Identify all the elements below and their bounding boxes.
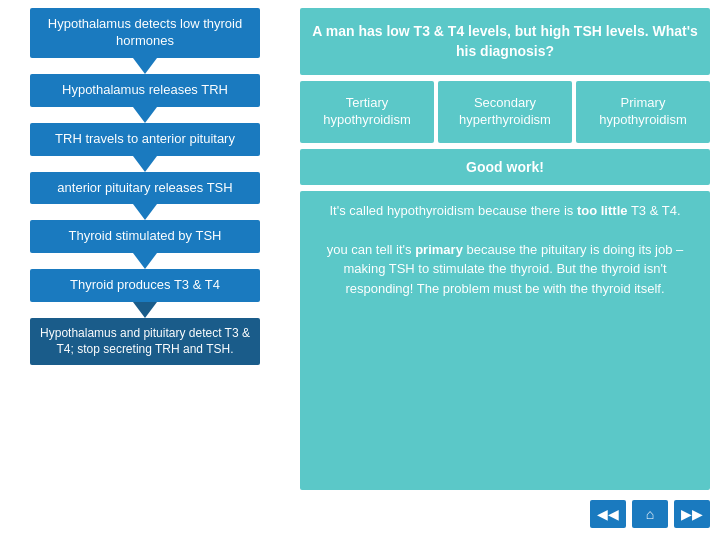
back-icon: ◀◀ <box>597 506 619 522</box>
option-primary-line1: Primary <box>582 95 704 112</box>
step-1-label: Hypothalamus detects low thyroid hormone… <box>48 16 242 48</box>
back-button[interactable]: ◀◀ <box>590 500 626 528</box>
arrow-3 <box>133 156 157 172</box>
question-text: A man has low T3 & T4 levels, but high T… <box>312 23 698 59</box>
step-5-label: Thyroid stimulated by TSH <box>69 228 222 243</box>
option-primary[interactable]: Primary hypothyroidism <box>576 81 710 143</box>
good-work-text: Good work! <box>466 159 544 175</box>
step-3-box: TRH travels to anterior pituitary <box>30 123 260 156</box>
step-3-label: TRH travels to anterior pituitary <box>55 131 235 146</box>
options-row: Tertiary hypothyroidism Secondary hypert… <box>300 81 710 143</box>
good-work-box: Good work! <box>300 149 710 185</box>
home-button[interactable]: ⌂ <box>632 500 668 528</box>
arrow-2 <box>133 107 157 123</box>
step-6-box: Thyroid produces T3 & T4 <box>30 269 260 302</box>
left-column: Hypothalamus detects low thyroid hormone… <box>0 0 290 540</box>
explanation-bold-1: too little <box>577 203 628 218</box>
option-tertiary-line2: hypothyroidism <box>306 112 428 129</box>
right-column: A man has low T3 & T4 levels, but high T… <box>290 0 720 540</box>
explanation-text-2-start: you can tell it's <box>327 242 412 257</box>
option-secondary-line2: hyperthyroidism <box>444 112 566 129</box>
explanation-para2: you can tell it's primary because the pi… <box>312 240 698 299</box>
step-7-box: Hypothalamus and pituitary detect T3 & T… <box>30 318 260 365</box>
step-4-box: anterior pituitary releases TSH <box>30 172 260 205</box>
explanation-text-1: It's called hypothyroidism because there… <box>329 203 573 218</box>
step-6-label: Thyroid produces T3 & T4 <box>70 277 220 292</box>
step-1-box: Hypothalamus detects low thyroid hormone… <box>30 8 260 58</box>
arrow-4 <box>133 204 157 220</box>
arrow-6 <box>133 302 157 318</box>
step-5-box: Thyroid stimulated by TSH <box>30 220 260 253</box>
step-2-label: Hypothalamus releases TRH <box>62 82 228 97</box>
nav-row: ◀◀ ⌂ ▶▶ <box>300 496 710 532</box>
step-2-box: Hypothalamus releases TRH <box>30 74 260 107</box>
option-secondary-line1: Secondary <box>444 95 566 112</box>
step-4-label: anterior pituitary releases TSH <box>57 180 232 195</box>
option-primary-line2: hypothyroidism <box>582 112 704 129</box>
explanation-text-1-end: T3 & T4. <box>631 203 681 218</box>
arrow-5 <box>133 253 157 269</box>
step-7-label: Hypothalamus and pituitary detect T3 & T… <box>40 326 250 356</box>
option-secondary[interactable]: Secondary hyperthyroidism <box>438 81 572 143</box>
option-tertiary[interactable]: Tertiary hypothyroidism <box>300 81 434 143</box>
question-box: A man has low T3 & T4 levels, but high T… <box>300 8 710 75</box>
forward-icon: ▶▶ <box>681 506 703 522</box>
explanation-box: It's called hypothyroidism because there… <box>300 191 710 490</box>
home-icon: ⌂ <box>646 506 654 522</box>
explanation-para1: It's called hypothyroidism because there… <box>312 201 698 221</box>
arrow-1 <box>133 58 157 74</box>
explanation-bold-2: primary <box>415 242 463 257</box>
forward-button[interactable]: ▶▶ <box>674 500 710 528</box>
option-tertiary-line1: Tertiary <box>306 95 428 112</box>
